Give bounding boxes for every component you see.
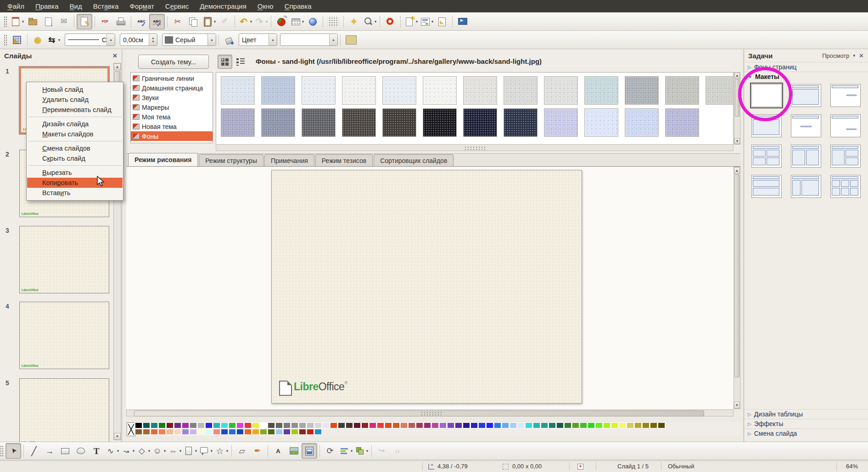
grid-button[interactable] (325, 14, 341, 29)
paste-button[interactable]: ▾ (201, 14, 217, 29)
color-cell[interactable] (166, 422, 174, 428)
gallery-texture-tile[interactable] (221, 76, 255, 105)
section-collapsed[interactable]: ▷Дизайн таблицы (744, 409, 868, 419)
color-cell[interactable] (377, 422, 384, 428)
chevron-down-icon[interactable]: ▾ (302, 19, 304, 24)
color-cell[interactable] (634, 422, 642, 428)
canvas-hscrollbar[interactable] (126, 410, 734, 416)
layout-title-content[interactable] (791, 84, 821, 107)
color-cell[interactable] (424, 422, 431, 428)
color-cell[interactable] (190, 422, 197, 428)
menu-insert[interactable]: Вставка (88, 1, 124, 11)
layout-title-text[interactable] (830, 84, 861, 107)
slide-page[interactable]: LibreOffice® (271, 170, 582, 404)
color-cell[interactable] (299, 429, 306, 435)
context-menu-item[interactable]: Новый слайд (27, 84, 123, 95)
gallery-texture-tile[interactable] (544, 76, 578, 105)
layout-title-2x2[interactable] (751, 145, 782, 168)
color-cell[interactable] (455, 422, 462, 428)
open-button[interactable] (25, 14, 40, 29)
menu-tools[interactable]: Сервис (160, 1, 194, 11)
tab-inactive[interactable]: Сортировщик слайдов (374, 154, 454, 166)
spellcheck-button[interactable]: ABC (134, 14, 149, 29)
gallery-texture-tile[interactable] (544, 108, 578, 137)
export-pdf-button[interactable]: PDF (97, 14, 113, 29)
color-cell[interactable] (494, 422, 501, 428)
gallery-texture-tile[interactable] (706, 76, 734, 105)
gallery-texture-tile[interactable] (625, 108, 659, 137)
cut-button[interactable]: ✂ (170, 14, 185, 29)
color-cell[interactable] (431, 422, 439, 428)
color-cell[interactable] (400, 422, 408, 428)
glue-points-button[interactable]: ◉ (30, 32, 45, 48)
basic-shapes-button[interactable]: ◇▾ (135, 443, 151, 459)
color-cell[interactable] (595, 422, 603, 428)
color-cell[interactable] (330, 422, 337, 428)
spin-buttons[interactable]: ▲ (329, 34, 337, 45)
layout-title-lowline[interactable] (830, 114, 861, 137)
color-cell[interactable] (314, 429, 322, 435)
color-cell[interactable] (307, 422, 314, 428)
color-cell[interactable] (470, 422, 478, 428)
menu-slideshow[interactable]: Демонстрация (194, 1, 252, 11)
gallery-theme-item[interactable]: Фоны (131, 131, 213, 141)
color-cell[interactable] (268, 422, 275, 428)
color-cell[interactable] (252, 422, 259, 428)
color-cell[interactable] (564, 422, 571, 428)
gallery-texture-tile[interactable] (423, 76, 457, 105)
color-cell[interactable] (197, 422, 205, 428)
save-button[interactable] (40, 14, 56, 29)
symbol-shapes-button[interactable]: ☺▾ (151, 443, 167, 459)
gallery-texture-tile[interactable] (302, 108, 336, 137)
color-cell[interactable] (135, 429, 142, 435)
no-color-cell[interactable]: ╳ (127, 422, 135, 436)
scroll-down-icon[interactable]: ▼ (734, 138, 740, 144)
start-presentation-button[interactable] (455, 14, 470, 29)
splitter-handle[interactable] (420, 411, 442, 416)
color-cell[interactable] (556, 422, 564, 428)
fontwork-gallery-button[interactable]: A (270, 443, 286, 459)
color-cell[interactable] (182, 429, 189, 435)
menu-format[interactable]: Формат (124, 1, 159, 11)
color-cell[interactable] (260, 429, 267, 435)
gallery-texture-tile[interactable] (423, 108, 457, 137)
chart-button[interactable] (274, 14, 289, 29)
spin-buttons[interactable]: ▲ (106, 34, 115, 45)
color-cell[interactable] (244, 422, 252, 428)
color-cell[interactable] (221, 429, 228, 435)
color-cell[interactable] (299, 422, 306, 428)
scroll-up-icon[interactable]: ▲ (734, 167, 740, 174)
ellipse-button[interactable] (73, 443, 89, 459)
color-cell[interactable] (369, 422, 376, 428)
color-cell[interactable] (268, 429, 275, 435)
toolbar-grip[interactable] (4, 16, 7, 27)
table-button[interactable]: ▾ (289, 14, 305, 29)
color-cell[interactable] (213, 429, 220, 435)
rectangle-button[interactable] (57, 443, 73, 459)
chevron-down-icon[interactable]: ▾ (266, 19, 268, 24)
fill-type-combo[interactable]: Цвет▲ (239, 34, 277, 46)
gallery-texture-tile[interactable] (584, 108, 618, 137)
zoom-button[interactable]: ▾ (362, 14, 377, 29)
gallery-texture-tile[interactable] (665, 108, 699, 137)
color-cell[interactable] (236, 422, 244, 428)
color-cell[interactable] (416, 422, 423, 428)
layout-title-col-2row[interactable] (830, 145, 861, 168)
arrow-style-button[interactable]: ⇆▾ (45, 32, 61, 48)
chevron-down-icon[interactable]: ▾ (195, 449, 197, 453)
color-cell[interactable] (619, 422, 626, 428)
color-cell[interactable] (603, 422, 610, 428)
auto-spellcheck-button[interactable]: ABC (149, 14, 165, 29)
color-cell[interactable] (174, 422, 181, 428)
gallery-texture-tile[interactable] (463, 76, 497, 105)
chevron-down-icon[interactable]: ▾ (214, 19, 216, 24)
tab-inactive[interactable]: Режим структуры (199, 154, 263, 166)
chevron-down-icon[interactable]: ▾ (58, 38, 61, 42)
color-cell[interactable] (213, 422, 220, 428)
line-width-field[interactable]: 0,00см▲▼ (120, 34, 157, 46)
chevron-down-icon[interactable]: ▾ (351, 449, 353, 453)
copy-button[interactable] (185, 14, 201, 29)
color-cell[interactable] (572, 422, 579, 428)
color-cell[interactable] (205, 429, 213, 435)
menu-help[interactable]: Справка (279, 1, 317, 11)
